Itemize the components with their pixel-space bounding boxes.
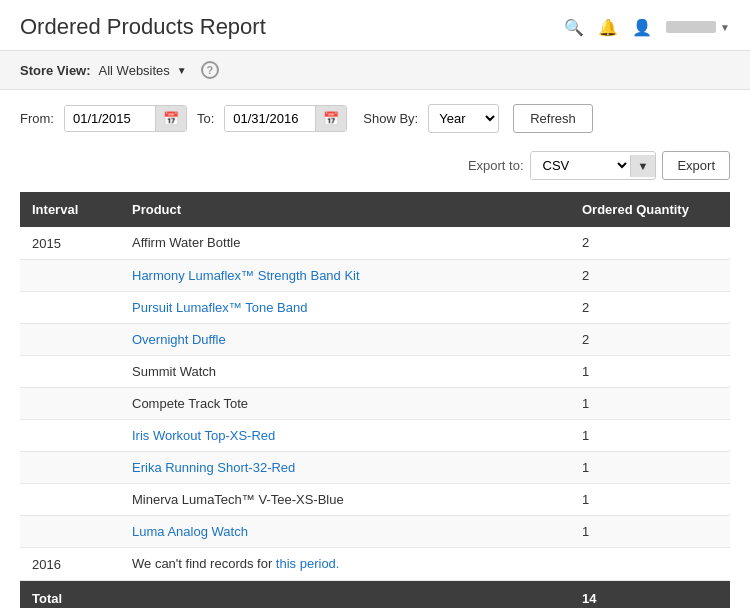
export-format-wrap: CSV Excel XML ▼ xyxy=(530,151,657,180)
cell-qty: 1 xyxy=(570,420,730,452)
cell-product[interactable]: Luma Analog Watch xyxy=(120,516,570,548)
show-by-select[interactable]: Year Month Day xyxy=(428,104,499,133)
cell-product[interactable]: Harmony Lumaflex™ Strength Band Kit xyxy=(120,260,570,292)
table-row: Overnight Duffle2 xyxy=(20,324,730,356)
product-link[interactable]: Harmony Lumaflex™ Strength Band Kit xyxy=(132,268,360,283)
product-link[interactable]: Erika Running Short-32-Red xyxy=(132,460,295,475)
filter-bar: From: 📅 To: 📅 Show By: Year Month Day Re… xyxy=(0,90,750,147)
store-view-dropdown-arrow: ▼ xyxy=(177,65,187,76)
to-date-input-wrap: 📅 xyxy=(224,105,347,132)
store-view-label: Store View: xyxy=(20,63,91,78)
cell-interval: 2015 xyxy=(20,227,120,260)
cell-no-records-message: We can't find records for this period. xyxy=(120,548,570,581)
col-product: Product xyxy=(120,192,570,227)
cell-qty: 2 xyxy=(570,324,730,356)
footer-total-qty: 14 xyxy=(570,581,730,609)
cell-product[interactable]: Erika Running Short-32-Red xyxy=(120,452,570,484)
product-link[interactable]: Iris Workout Top-XS-Red xyxy=(132,428,275,443)
cell-interval xyxy=(20,260,120,292)
table-row: Summit Watch1 xyxy=(20,356,730,388)
help-icon[interactable]: ? xyxy=(201,61,219,79)
refresh-button[interactable]: Refresh xyxy=(513,104,593,133)
cell-product[interactable]: Pursuit Lumaflex™ Tone Band xyxy=(120,292,570,324)
table-row: Pursuit Lumaflex™ Tone Band2 xyxy=(20,292,730,324)
table-row: 2015Affirm Water Bottle2 xyxy=(20,227,730,260)
search-icon[interactable]: 🔍 xyxy=(564,18,584,37)
to-calendar-icon[interactable]: 📅 xyxy=(315,106,346,131)
table-row: Iris Workout Top-XS-Red1 xyxy=(20,420,730,452)
to-label: To: xyxy=(197,111,214,126)
table-header-row: Interval Product Ordered Quantity xyxy=(20,192,730,227)
show-by-label: Show By: xyxy=(363,111,418,126)
product-link[interactable]: Luma Analog Watch xyxy=(132,524,248,539)
table-row: Minerva LumaTech™ V-Tee-XS-Blue1 xyxy=(20,484,730,516)
from-date-input-wrap: 📅 xyxy=(64,105,187,132)
cell-interval xyxy=(20,484,120,516)
bell-icon[interactable]: 🔔 xyxy=(598,18,618,37)
cell-qty: 1 xyxy=(570,516,730,548)
cell-product: Affirm Water Bottle xyxy=(120,227,570,260)
cell-product[interactable]: Iris Workout Top-XS-Red xyxy=(120,420,570,452)
user-menu[interactable]: ▼ xyxy=(666,21,730,33)
header: Ordered Products Report 🔍 🔔 👤 ▼ xyxy=(0,0,750,51)
cell-interval xyxy=(20,452,120,484)
cell-qty: 1 xyxy=(570,356,730,388)
table-container: Interval Product Ordered Quantity 2015Af… xyxy=(0,192,750,608)
user-icon[interactable]: 👤 xyxy=(632,18,652,37)
store-view-select[interactable]: All Websites ▼ xyxy=(99,63,187,78)
cell-qty: 1 xyxy=(570,452,730,484)
from-calendar-icon[interactable]: 📅 xyxy=(155,106,186,131)
cell-interval xyxy=(20,356,120,388)
store-view-value: All Websites xyxy=(99,63,170,78)
cell-qty: 1 xyxy=(570,388,730,420)
no-records-text: We can't find records for xyxy=(132,556,276,571)
product-link[interactable]: Overnight Duffle xyxy=(132,332,226,347)
cell-product: Minerva LumaTech™ V-Tee-XS-Blue xyxy=(120,484,570,516)
footer-total-label: Total xyxy=(20,581,120,609)
from-label: From: xyxy=(20,111,54,126)
export-to-label: Export to: xyxy=(468,158,524,173)
table-row-no-records: 2016We can't find records for this perio… xyxy=(20,548,730,581)
cell-product: Compete Track Tote xyxy=(120,388,570,420)
cell-qty: 2 xyxy=(570,227,730,260)
to-date-input[interactable] xyxy=(225,106,315,131)
from-date-input[interactable] xyxy=(65,106,155,131)
ordered-products-table: Interval Product Ordered Quantity 2015Af… xyxy=(20,192,730,608)
user-dropdown-arrow: ▼ xyxy=(720,22,730,33)
product-link[interactable]: Pursuit Lumaflex™ Tone Band xyxy=(132,300,307,315)
header-actions: 🔍 🔔 👤 ▼ xyxy=(564,18,730,37)
cell-qty: 2 xyxy=(570,260,730,292)
table-row: Erika Running Short-32-Red1 xyxy=(20,452,730,484)
cell-qty-empty xyxy=(570,548,730,581)
export-format-select[interactable]: CSV Excel XML xyxy=(531,152,630,179)
export-button[interactable]: Export xyxy=(662,151,730,180)
cell-qty: 2 xyxy=(570,292,730,324)
table-row: Compete Track Tote1 xyxy=(20,388,730,420)
cell-product[interactable]: Overnight Duffle xyxy=(120,324,570,356)
page-title: Ordered Products Report xyxy=(20,14,266,40)
col-qty: Ordered Quantity xyxy=(570,192,730,227)
table-row: Luma Analog Watch1 xyxy=(20,516,730,548)
cell-interval xyxy=(20,324,120,356)
col-interval: Interval xyxy=(20,192,120,227)
export-bar: Export to: CSV Excel XML ▼ Export xyxy=(0,147,750,192)
store-view-bar: Store View: All Websites ▼ ? xyxy=(0,51,750,90)
export-format-dropdown-btn[interactable]: ▼ xyxy=(630,155,656,177)
cell-interval xyxy=(20,292,120,324)
cell-interval xyxy=(20,388,120,420)
footer-empty xyxy=(120,581,570,609)
cell-interval xyxy=(20,516,120,548)
cell-interval xyxy=(20,420,120,452)
table-row: Harmony Lumaflex™ Strength Band Kit2 xyxy=(20,260,730,292)
this-period-link[interactable]: this period. xyxy=(276,556,340,571)
cell-interval-2016: 2016 xyxy=(20,548,120,581)
table-footer-row: Total 14 xyxy=(20,581,730,609)
cell-product: Summit Watch xyxy=(120,356,570,388)
cell-qty: 1 xyxy=(570,484,730,516)
username-placeholder xyxy=(666,21,716,33)
